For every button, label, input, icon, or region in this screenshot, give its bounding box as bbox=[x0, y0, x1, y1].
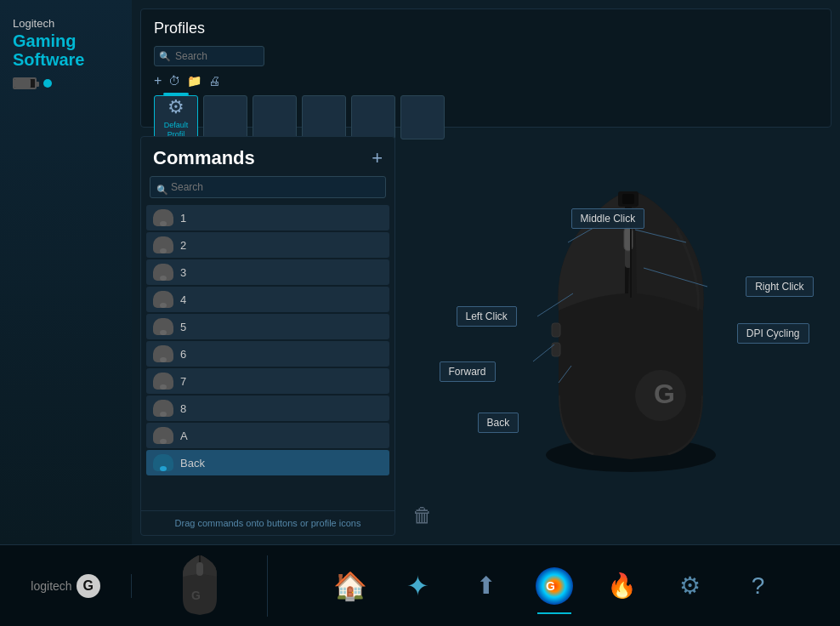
svg-rect-9 bbox=[622, 194, 634, 204]
profile-slot-6[interactable] bbox=[400, 95, 445, 139]
command-item-6[interactable]: 6 bbox=[146, 341, 389, 367]
taskbar-home-icon[interactable]: 🏠 bbox=[321, 556, 380, 616]
command-label-9: A bbox=[180, 430, 188, 442]
battery-fill bbox=[14, 79, 31, 88]
product-name: Gaming Software bbox=[13, 31, 119, 69]
taskbar-customize-icon[interactable]: ✦ bbox=[389, 556, 448, 616]
logo-area: Logitech Gaming Software bbox=[13, 17, 119, 77]
command-item-10[interactable]: Back bbox=[146, 450, 389, 475]
commands-hint: Drag commands onto buttons or profile ic… bbox=[141, 510, 394, 535]
gear-icon: ⚙ bbox=[167, 96, 184, 118]
print-button[interactable]: 🖨 bbox=[208, 73, 220, 88]
battery-icon bbox=[13, 77, 37, 89]
mouse-svg: G bbox=[499, 191, 754, 481]
command-icon-3 bbox=[153, 264, 173, 281]
taskbar-profile-icon[interactable]: 🔥 bbox=[593, 556, 652, 616]
left-panel: Logitech Gaming Software bbox=[0, 0, 132, 544]
add-profile-button[interactable]: + bbox=[154, 73, 162, 88]
right-click-label[interactable]: Right Click bbox=[746, 276, 813, 297]
svg-text:G: G bbox=[654, 378, 675, 409]
commands-search: 🔍 bbox=[141, 176, 394, 205]
arx-icon: G bbox=[534, 566, 575, 606]
command-icon-4 bbox=[153, 291, 173, 308]
profile-slot-5[interactable] bbox=[351, 95, 395, 139]
commands-title: Commands bbox=[153, 147, 255, 169]
mouse-area: G Left Click bbox=[421, 136, 831, 536]
command-icon-6 bbox=[153, 345, 173, 362]
command-icon-9 bbox=[153, 427, 173, 444]
taskbar-pointer-icon[interactable]: ⬆ bbox=[457, 556, 516, 616]
back-label[interactable]: Back bbox=[478, 413, 519, 433]
sparkle-icon: ✦ bbox=[406, 570, 429, 602]
command-item-3[interactable]: 3 bbox=[146, 259, 389, 285]
timer-button[interactable]: ⏱ bbox=[168, 73, 180, 88]
command-item-9[interactable]: A bbox=[146, 423, 389, 448]
command-label-5: 5 bbox=[180, 321, 186, 333]
brand-name: Logitech bbox=[13, 17, 119, 30]
svg-text:G: G bbox=[191, 589, 201, 602]
svg-rect-4 bbox=[552, 343, 560, 356]
command-label-3: 3 bbox=[180, 266, 186, 279]
taskbar-logo: logitech G bbox=[0, 574, 132, 598]
command-icon-5 bbox=[153, 318, 173, 335]
command-item-7[interactable]: 7 bbox=[146, 368, 389, 394]
command-label-4: 4 bbox=[180, 293, 186, 306]
command-label-2: 2 bbox=[180, 239, 186, 252]
command-icon-10 bbox=[153, 454, 173, 471]
taskbar-logo-text: logitech bbox=[31, 579, 71, 593]
fire-icon: 🔥 bbox=[607, 572, 637, 600]
battery-indicator bbox=[43, 79, 52, 88]
command-label-6: 6 bbox=[180, 348, 186, 361]
profiles-title: Profiles bbox=[154, 20, 818, 37]
command-label-8: 8 bbox=[180, 402, 186, 415]
taskbar-settings-icon[interactable]: ⚙ bbox=[661, 556, 720, 616]
profiles-section: Profiles 🔍 + ⏱ 📁 🖨 ⚙ Default Profil bbox=[140, 9, 831, 128]
commands-header: Commands + bbox=[141, 137, 394, 176]
middle-click-label[interactable]: Middle Click bbox=[571, 208, 645, 229]
commands-panel: Commands + 🔍 1 2 3 4 bbox=[140, 136, 395, 536]
home-icon: 🏠 bbox=[333, 570, 367, 602]
command-icon-7 bbox=[153, 373, 173, 390]
command-label-10: Back bbox=[180, 457, 205, 469]
commands-search-icon: 🔍 bbox=[156, 185, 168, 196]
command-label-7: 7 bbox=[180, 375, 186, 388]
command-item-2[interactable]: 2 bbox=[146, 232, 389, 258]
add-command-button[interactable]: + bbox=[372, 149, 383, 168]
folder-button[interactable]: 📁 bbox=[187, 73, 201, 88]
command-icon-8 bbox=[153, 400, 173, 417]
taskbar: logitech G G 🏠 ✦ ⬆ bbox=[0, 544, 840, 626]
profile-slot-2[interactable] bbox=[203, 95, 247, 139]
main-area: Profiles 🔍 + ⏱ 📁 🖨 ⚙ Default Profil Comm… bbox=[132, 0, 840, 544]
command-icon-1 bbox=[153, 209, 173, 226]
profile-slot-1[interactable]: ⚙ Default Profil bbox=[154, 95, 198, 139]
taskbar-logo-g: G bbox=[77, 574, 100, 598]
taskbar-help-icon[interactable]: ? bbox=[729, 556, 788, 616]
forward-label[interactable]: Forward bbox=[440, 361, 496, 382]
command-label-1: 1 bbox=[180, 212, 186, 225]
taskbar-mouse-svg: G bbox=[179, 555, 221, 617]
profiles-list: ⚙ Default Profil bbox=[154, 95, 818, 139]
profile-slot-3[interactable] bbox=[253, 95, 297, 139]
help-icon: ? bbox=[752, 572, 765, 600]
profile-actions: + ⏱ 📁 🖨 bbox=[154, 73, 818, 88]
command-item-1[interactable]: 1 bbox=[146, 205, 389, 230]
profile-slot-4[interactable] bbox=[302, 95, 346, 139]
taskbar-devices: 🏠 ✦ ⬆ G 🔥 bbox=[268, 556, 840, 616]
commands-search-input[interactable] bbox=[150, 176, 386, 198]
command-item-5[interactable]: 5 bbox=[146, 314, 389, 339]
commands-list: 1 2 3 4 5 6 7 bbox=[141, 205, 394, 510]
left-click-label[interactable]: Left Click bbox=[457, 306, 517, 327]
pointer-icon: ⬆ bbox=[476, 572, 496, 600]
svg-rect-17 bbox=[196, 562, 203, 576]
svg-text:G: G bbox=[546, 579, 555, 593]
battery-area bbox=[13, 77, 119, 89]
taskbar-mouse-preview[interactable]: G bbox=[132, 555, 268, 617]
taskbar-arx-icon[interactable]: G bbox=[525, 556, 584, 616]
svg-rect-3 bbox=[552, 323, 560, 337]
command-icon-2 bbox=[153, 236, 173, 253]
search-icon: 🔍 bbox=[159, 51, 171, 62]
dpi-cycling-label[interactable]: DPI Cycling bbox=[737, 323, 809, 344]
command-item-8[interactable]: 8 bbox=[146, 396, 389, 421]
profiles-search-bar: 🔍 bbox=[154, 46, 264, 66]
command-item-4[interactable]: 4 bbox=[146, 287, 389, 312]
